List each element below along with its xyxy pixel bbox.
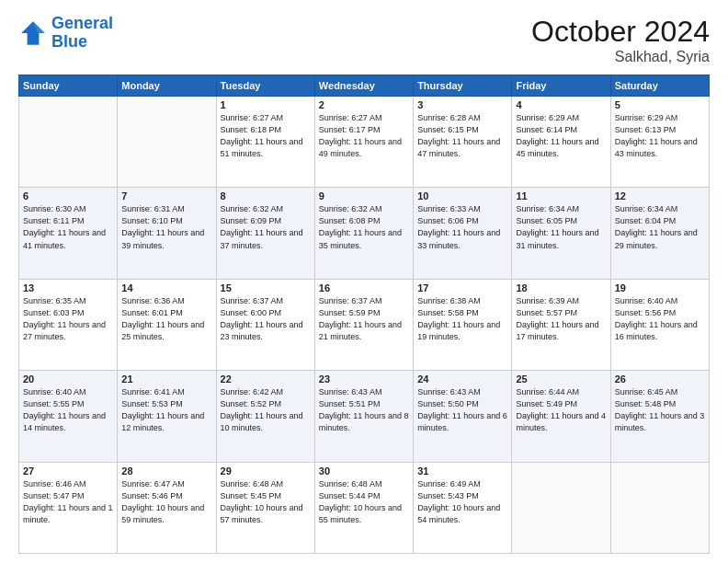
day-number: 15 [221, 282, 311, 293]
day-info: Sunrise: 6:36 AM Sunset: 6:01 PM Dayligh… [121, 295, 211, 343]
day-number: 5 [615, 99, 705, 110]
calendar-header-row: Sunday Monday Tuesday Wednesday Thursday… [19, 75, 710, 97]
logo-text: General Blue [51, 15, 113, 52]
day-number: 30 [319, 465, 409, 477]
day-number: 2 [319, 99, 409, 110]
day-number: 29 [221, 465, 311, 477]
table-row: 10Sunrise: 6:33 AM Sunset: 6:06 PM Dayli… [414, 188, 512, 279]
day-info: Sunrise: 6:38 AM Sunset: 5:58 PM Dayligh… [417, 295, 507, 343]
day-info: Sunrise: 6:30 AM Sunset: 6:11 PM Dayligh… [23, 203, 113, 251]
logo-icon [18, 18, 48, 48]
day-info: Sunrise: 6:49 AM Sunset: 5:43 PM Dayligh… [417, 478, 507, 526]
month-title: October 2024 [531, 15, 710, 49]
day-number: 21 [121, 373, 211, 385]
day-number: 19 [615, 282, 705, 293]
day-info: Sunrise: 6:40 AM Sunset: 5:55 PM Dayligh… [23, 386, 113, 434]
day-info: Sunrise: 6:42 AM Sunset: 5:52 PM Dayligh… [221, 386, 311, 434]
table-row: 4Sunrise: 6:29 AM Sunset: 6:14 PM Daylig… [512, 97, 610, 188]
table-row: 5Sunrise: 6:29 AM Sunset: 6:13 PM Daylig… [610, 97, 709, 188]
col-tuesday: Tuesday [216, 75, 314, 97]
day-number: 18 [516, 282, 606, 293]
col-thursday: Thursday [414, 75, 512, 97]
calendar-week-row: 6Sunrise: 6:30 AM Sunset: 6:11 PM Daylig… [19, 188, 710, 279]
table-row [610, 462, 709, 553]
col-sunday: Sunday [19, 75, 118, 97]
calendar-week-row: 27Sunrise: 6:46 AM Sunset: 5:47 PM Dayli… [19, 462, 710, 553]
day-number: 11 [516, 190, 606, 201]
day-number: 4 [516, 99, 606, 110]
table-row: 26Sunrise: 6:45 AM Sunset: 5:48 PM Dayli… [610, 371, 709, 462]
day-number: 10 [417, 190, 507, 201]
day-number: 23 [319, 373, 409, 385]
day-info: Sunrise: 6:43 AM Sunset: 5:51 PM Dayligh… [319, 386, 409, 434]
day-info: Sunrise: 6:37 AM Sunset: 5:59 PM Dayligh… [319, 295, 409, 343]
day-info: Sunrise: 6:33 AM Sunset: 6:06 PM Dayligh… [417, 203, 507, 251]
day-number: 9 [319, 190, 409, 201]
table-row: 27Sunrise: 6:46 AM Sunset: 5:47 PM Dayli… [19, 462, 118, 553]
day-info: Sunrise: 6:32 AM Sunset: 6:09 PM Dayligh… [221, 203, 311, 251]
table-row: 14Sunrise: 6:36 AM Sunset: 6:01 PM Dayli… [118, 279, 216, 370]
day-info: Sunrise: 6:34 AM Sunset: 6:04 PM Dayligh… [615, 203, 705, 251]
day-info: Sunrise: 6:29 AM Sunset: 6:13 PM Dayligh… [615, 112, 705, 160]
col-saturday: Saturday [610, 75, 709, 97]
day-number: 27 [23, 465, 113, 477]
table-row: 3Sunrise: 6:28 AM Sunset: 6:15 PM Daylig… [414, 97, 512, 188]
day-info: Sunrise: 6:34 AM Sunset: 6:05 PM Dayligh… [516, 203, 606, 251]
logo-blue: Blue [51, 32, 87, 51]
day-info: Sunrise: 6:43 AM Sunset: 5:50 PM Dayligh… [417, 386, 507, 434]
day-info: Sunrise: 6:31 AM Sunset: 6:10 PM Dayligh… [121, 203, 211, 251]
table-row: 11Sunrise: 6:34 AM Sunset: 6:05 PM Dayli… [512, 188, 610, 279]
day-info: Sunrise: 6:27 AM Sunset: 6:17 PM Dayligh… [319, 112, 409, 160]
table-row: 7Sunrise: 6:31 AM Sunset: 6:10 PM Daylig… [118, 188, 216, 279]
col-wednesday: Wednesday [314, 75, 413, 97]
day-info: Sunrise: 6:40 AM Sunset: 5:56 PM Dayligh… [615, 295, 705, 343]
table-row: 22Sunrise: 6:42 AM Sunset: 5:52 PM Dayli… [216, 371, 314, 462]
logo-general: General [51, 14, 113, 32]
day-info: Sunrise: 6:44 AM Sunset: 5:49 PM Dayligh… [516, 386, 606, 434]
title-block: October 2024 Salkhad, Syria [531, 15, 710, 65]
day-number: 8 [221, 190, 311, 201]
table-row [118, 97, 216, 188]
location-title: Salkhad, Syria [531, 49, 710, 65]
calendar-week-row: 1Sunrise: 6:27 AM Sunset: 6:18 PM Daylig… [19, 97, 710, 188]
table-row: 13Sunrise: 6:35 AM Sunset: 6:03 PM Dayli… [19, 279, 118, 370]
day-number: 28 [121, 465, 211, 477]
day-info: Sunrise: 6:46 AM Sunset: 5:47 PM Dayligh… [23, 478, 113, 526]
day-number: 24 [417, 373, 507, 385]
day-info: Sunrise: 6:47 AM Sunset: 5:46 PM Dayligh… [121, 478, 211, 526]
day-number: 7 [121, 190, 211, 201]
day-number: 17 [417, 282, 507, 293]
table-row: 28Sunrise: 6:47 AM Sunset: 5:46 PM Dayli… [118, 462, 216, 553]
table-row: 30Sunrise: 6:48 AM Sunset: 5:44 PM Dayli… [314, 462, 413, 553]
day-number: 1 [221, 99, 311, 110]
table-row: 25Sunrise: 6:44 AM Sunset: 5:49 PM Dayli… [512, 371, 610, 462]
day-info: Sunrise: 6:48 AM Sunset: 5:44 PM Dayligh… [319, 478, 409, 526]
table-row: 2Sunrise: 6:27 AM Sunset: 6:17 PM Daylig… [314, 97, 413, 188]
table-row: 16Sunrise: 6:37 AM Sunset: 5:59 PM Dayli… [314, 279, 413, 370]
day-info: Sunrise: 6:45 AM Sunset: 5:48 PM Dayligh… [615, 386, 705, 434]
day-info: Sunrise: 6:32 AM Sunset: 6:08 PM Dayligh… [319, 203, 409, 251]
table-row [512, 462, 610, 553]
day-number: 22 [221, 373, 311, 385]
calendar-table: Sunday Monday Tuesday Wednesday Thursday… [18, 75, 710, 554]
day-number: 14 [121, 282, 211, 293]
day-number: 12 [615, 190, 705, 201]
calendar-week-row: 20Sunrise: 6:40 AM Sunset: 5:55 PM Dayli… [19, 371, 710, 462]
table-row: 29Sunrise: 6:48 AM Sunset: 5:45 PM Dayli… [216, 462, 314, 553]
table-row: 23Sunrise: 6:43 AM Sunset: 5:51 PM Dayli… [314, 371, 413, 462]
col-friday: Friday [512, 75, 610, 97]
day-number: 31 [417, 465, 507, 477]
table-row: 9Sunrise: 6:32 AM Sunset: 6:08 PM Daylig… [314, 188, 413, 279]
day-info: Sunrise: 6:48 AM Sunset: 5:45 PM Dayligh… [221, 478, 311, 526]
day-number: 20 [23, 373, 113, 385]
day-info: Sunrise: 6:37 AM Sunset: 6:00 PM Dayligh… [221, 295, 311, 343]
day-number: 25 [516, 373, 606, 385]
day-number: 13 [23, 282, 113, 293]
table-row: 15Sunrise: 6:37 AM Sunset: 6:00 PM Dayli… [216, 279, 314, 370]
table-row [19, 97, 118, 188]
day-info: Sunrise: 6:41 AM Sunset: 5:53 PM Dayligh… [121, 386, 211, 434]
table-row: 18Sunrise: 6:39 AM Sunset: 5:57 PM Dayli… [512, 279, 610, 370]
logo: General Blue [18, 15, 113, 52]
table-row: 24Sunrise: 6:43 AM Sunset: 5:50 PM Dayli… [414, 371, 512, 462]
col-monday: Monday [118, 75, 216, 97]
